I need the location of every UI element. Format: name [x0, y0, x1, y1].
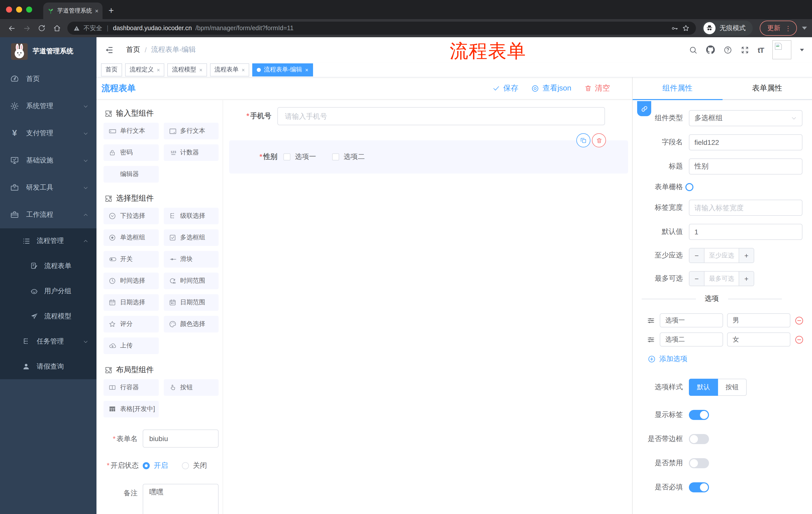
component-slider[interactable]: 滑块 — [164, 251, 219, 268]
stepper-value[interactable]: 至少应选 — [704, 248, 738, 263]
stepper-value[interactable]: 最多可选 — [704, 272, 738, 286]
stepper-increase-button[interactable]: + — [738, 248, 754, 263]
sidebar-item-pay[interactable]: ¥ 支付管理 — [0, 120, 96, 147]
show-label-toggle[interactable] — [689, 410, 709, 420]
border-toggle[interactable] — [689, 434, 709, 444]
sidebar-logo[interactable]: 芋道管理系统 — [0, 37, 96, 65]
label-width-input[interactable] — [689, 200, 803, 216]
title-input[interactable] — [689, 158, 803, 174]
add-option-button[interactable]: 添加选项 — [648, 355, 805, 363]
sidebar-item-process-mgmt[interactable]: 流程管理 — [0, 228, 96, 253]
component-type-select[interactable]: 多选框组 — [689, 110, 803, 126]
component-password[interactable]: 密码 — [104, 144, 158, 161]
user-dropdown-caret-icon[interactable] — [800, 49, 804, 51]
component-color-picker[interactable]: 颜色选择 — [164, 316, 219, 332]
clear-button[interactable]: 清空 — [584, 83, 610, 93]
option-label-input[interactable] — [660, 332, 723, 347]
forward-icon[interactable] — [20, 24, 33, 32]
delete-component-button[interactable] — [592, 133, 606, 147]
sidebar-item-leave-query[interactable]: 请假查询 — [0, 354, 96, 379]
tab-close-icon[interactable]: × — [242, 66, 245, 73]
remove-option-button[interactable] — [794, 335, 805, 344]
sidebar-item-process-model[interactable]: 流程模型 — [0, 304, 96, 329]
default-value-input[interactable] — [689, 224, 803, 240]
search-icon[interactable] — [689, 46, 697, 54]
breadcrumb-home[interactable]: 首页 — [126, 45, 140, 54]
stepper-decrease-button[interactable]: − — [689, 248, 704, 263]
checkbox-box[interactable] — [332, 154, 339, 160]
gender-option1-checkbox[interactable]: 选项一 — [283, 153, 316, 161]
home-icon[interactable] — [50, 24, 63, 32]
sidebar-item-home[interactable]: 首页 — [0, 65, 96, 92]
tab-process-definition[interactable]: 流程定义× — [125, 63, 165, 76]
data-binding-handle[interactable] — [637, 101, 651, 116]
component-multi-text[interactable]: 多行文本 — [164, 123, 219, 139]
form-remark-textarea[interactable]: 嘿嘿 — [143, 484, 219, 514]
status-off-radio[interactable]: 关闭 — [182, 461, 207, 470]
field-name-input[interactable] — [689, 134, 803, 151]
component-rate[interactable]: 评分 — [104, 316, 158, 332]
stepper-decrease-button[interactable]: − — [689, 272, 704, 286]
bookmark-star-icon[interactable] — [682, 24, 690, 32]
help-icon[interactable] — [724, 46, 732, 54]
sidebar-item-task-mgmt[interactable]: 任务管理 — [0, 329, 96, 354]
avatar[interactable] — [772, 40, 791, 59]
style-default-button[interactable]: 默认 — [689, 379, 718, 396]
form-name-input[interactable] — [143, 430, 219, 448]
sidebar-item-user-group[interactable]: 用户分组 — [0, 279, 96, 304]
component-counter[interactable]: 123计数器 — [164, 144, 219, 161]
window-close-button[interactable] — [6, 6, 12, 12]
canvas-field-gender-selected[interactable]: *性别 选项一 选项二 — [229, 140, 628, 173]
back-icon[interactable] — [5, 24, 18, 32]
fullscreen-icon[interactable] — [741, 46, 749, 54]
reload-icon[interactable] — [35, 24, 48, 32]
sidebar-item-system[interactable]: 系统管理 — [0, 92, 96, 120]
disabled-toggle[interactable] — [689, 458, 709, 468]
component-checkbox-group[interactable]: 多选框组 — [164, 229, 219, 246]
github-icon[interactable] — [706, 45, 715, 54]
view-json-button[interactable]: 查看json — [531, 83, 571, 93]
phone-input[interactable] — [278, 107, 605, 125]
component-select[interactable]: 下拉选择 — [104, 208, 158, 224]
component-table[interactable]: 表格[开发中] — [104, 401, 158, 417]
style-button-button[interactable]: 按钮 — [718, 379, 747, 396]
form-canvas[interactable]: *手机号 *性别 选项一 — [223, 100, 632, 514]
option-value-input[interactable] — [727, 313, 790, 327]
option-value-input[interactable] — [727, 332, 790, 347]
component-cascader[interactable]: 级联选择 — [164, 208, 219, 224]
tab-form-props[interactable]: 表单属性 — [722, 77, 812, 99]
component-upload[interactable]: 上传 — [104, 337, 158, 354]
status-on-radio[interactable]: 开启 — [143, 461, 168, 470]
tab-close-icon[interactable]: × — [305, 66, 309, 73]
tab-close-icon[interactable]: × — [157, 66, 160, 73]
copy-component-button[interactable] — [576, 133, 590, 147]
tab-home[interactable]: 首页 — [101, 63, 122, 76]
sidebar-item-process-form[interactable]: 流程表单 — [0, 253, 96, 279]
required-toggle[interactable] — [689, 482, 709, 492]
option-label-input[interactable] — [660, 313, 723, 327]
new-tab-button[interactable]: + — [109, 6, 114, 15]
more-icon[interactable]: ⋮ — [785, 24, 791, 32]
font-size-icon[interactable]: tT — [758, 46, 764, 54]
slider-handle[interactable] — [685, 183, 693, 191]
gender-option2-checkbox[interactable]: 选项二 — [332, 153, 365, 161]
checkbox-box[interactable] — [283, 154, 290, 160]
component-radio-group[interactable]: 单选框组 — [104, 229, 158, 246]
save-button[interactable]: 保存 — [493, 83, 518, 93]
sidebar-item-workflow[interactable]: 工作流程 — [0, 201, 96, 228]
tab-close-icon[interactable]: × — [199, 66, 203, 73]
key-icon[interactable] — [671, 24, 678, 32]
browser-menu-caret-icon[interactable] — [802, 27, 807, 30]
component-date-picker[interactable]: 日期选择 — [104, 294, 158, 311]
sidebar-item-dev[interactable]: 研发工具 — [0, 174, 96, 201]
drag-handle-icon[interactable] — [647, 335, 656, 344]
canvas-field-phone[interactable]: *手机号 — [229, 107, 605, 125]
tab-close-icon[interactable]: × — [95, 7, 98, 14]
address-bar[interactable]: 不安全 | dashboard.yudao.iocoder.cn/bpm/man… — [67, 22, 696, 35]
component-date-range[interactable]: 日期范围 — [164, 294, 219, 311]
window-zoom-button[interactable] — [26, 6, 32, 12]
tab-process-model[interactable]: 流程模型× — [168, 63, 207, 76]
component-time-range[interactable]: 时间范围 — [164, 273, 219, 289]
hamburger-icon[interactable] — [105, 45, 114, 55]
update-button[interactable]: 更新 ⋮ — [760, 21, 797, 36]
